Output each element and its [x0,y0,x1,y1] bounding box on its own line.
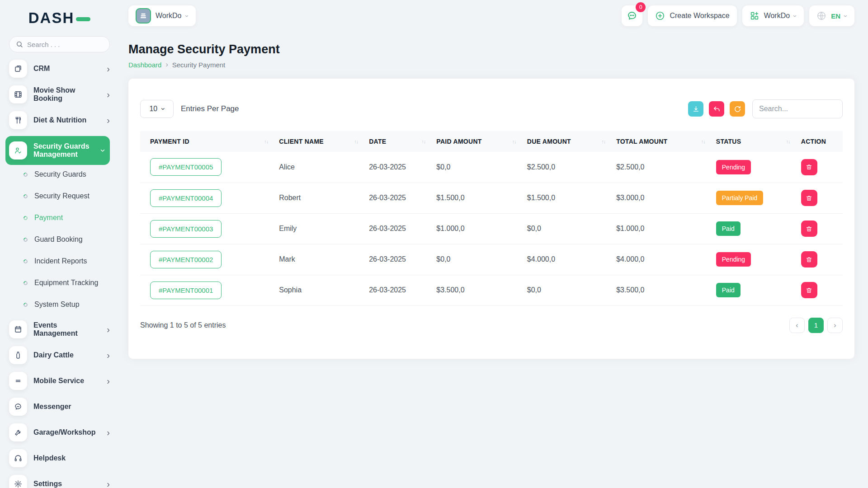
paid-amount-cell: $3.500,0 [431,275,521,305]
due-amount-cell: $2.500,0 [522,152,611,183]
showing-entries-text: Showing 1 to 5 of 5 entries [140,321,226,329]
sidebar-item-label: Garage/Workshop [33,428,100,436]
sidebar-item-label: Events Management [33,321,100,338]
delete-button[interactable] [801,282,817,298]
sidebar-item-garage-workshop[interactable]: Garage/Workshop › [9,422,110,442]
sidebar-subitem-guard-booking[interactable]: Guard Booking [9,233,110,246]
date-cell: 26-03-2025 [363,183,431,213]
col-status[interactable]: STATUS↑↓ [711,131,796,152]
messages-button[interactable]: 0 [622,5,642,26]
search-icon [16,41,23,48]
sidebar-item-helpdesk[interactable]: Helpdesk [9,448,110,468]
client-name-cell: Alice [274,152,363,183]
guard-user-icon [9,141,27,160]
pagination-prev-button[interactable]: ‹ [789,318,805,333]
chevron-down-icon: › [792,15,799,17]
due-amount-cell: $0,0 [522,213,611,244]
sort-icon[interactable]: ↑↓ [264,139,268,144]
workspace-selector[interactable]: WorkDo › [128,5,196,26]
film-icon [9,85,27,103]
sidebar-item-label: Dairy Cattle [33,351,100,359]
breadcrumb-dashboard-link[interactable]: Dashboard [128,61,161,69]
sidebar-search-input[interactable] [27,41,103,48]
sidebar-item-mobile-service[interactable]: Mobile Service › [9,371,110,391]
table-search-input[interactable] [752,99,843,118]
gear-icon [9,475,27,488]
create-workspace-button[interactable]: Create Workspace [648,5,736,26]
status-badge: Paid [716,283,741,297]
sort-icon[interactable]: ↑↓ [421,139,425,144]
sort-icon[interactable]: ↑↓ [354,139,358,144]
table-row: #PAYMENT00005 Alice 26-03-2025 $0,0 $2.5… [140,152,843,183]
undo-button[interactable] [709,101,724,117]
sidebar-item-dairy-cattle[interactable]: Dairy Cattle › [9,345,110,365]
col-date[interactable]: DATE↑↓ [363,131,431,152]
paid-amount-cell: $1.500,0 [431,183,521,213]
workspace-name: WorkDo [156,12,182,20]
table-row: #PAYMENT00003 Emily 26-03-2025 $1.000,0 … [140,213,843,244]
export-button[interactable] [688,101,703,117]
sidebar-item-messenger[interactable]: Messenger [9,397,110,417]
workspace-menu-button[interactable]: WorkDo › [742,5,804,26]
chevron-down-icon: › [99,149,108,152]
payment-id-button[interactable]: #PAYMENT00001 [150,282,222,299]
sort-icon[interactable]: ↑↓ [512,139,516,144]
col-paid-amount[interactable]: PAID AMOUNT↑↓ [431,131,521,152]
chevron-right-icon: › [107,479,110,488]
due-amount-cell: $0,0 [522,275,611,305]
sidebar-item-settings[interactable]: Settings › [9,474,110,488]
delete-button[interactable] [801,221,817,237]
sidebar-menu: CRM › Movie Show Booking › Diet & Nutrit… [9,59,110,488]
chevron-right-icon: › [107,351,110,360]
payment-id-button[interactable]: #PAYMENT00003 [150,220,222,238]
status-badge: Paid [716,221,741,236]
bullet-icon [23,258,28,264]
sidebar-item-crm[interactable]: CRM › [9,59,110,79]
col-total-amount[interactable]: TOTAL AMOUNT↑↓ [611,131,711,152]
sidebar-item-security-guards-management[interactable]: Security Guards Management › [5,136,110,165]
sidebar-item-events-management[interactable]: Events Management › [9,319,110,339]
sidebar-subitem-security-request[interactable]: Security Request [9,189,110,203]
col-due-amount[interactable]: DUE AMOUNT↑↓ [522,131,611,152]
language-selector[interactable]: EN › [809,5,854,26]
payment-id-button[interactable]: #PAYMENT00002 [150,251,222,268]
paid-amount-cell: $0,0 [431,152,521,183]
chevron-down-icon: › [184,15,191,17]
delete-button[interactable] [801,190,817,206]
payment-id-button[interactable]: #PAYMENT00005 [150,158,222,176]
bottle-icon [9,346,27,364]
payment-id-button[interactable]: #PAYMENT00004 [150,189,222,207]
breadcrumb-separator: › [165,61,168,69]
sidebar-subitem-security-guards[interactable]: Security Guards [9,168,110,181]
sidebar-subitem-label: Security Guards [34,170,86,178]
sidebar-search[interactable] [9,36,110,52]
payments-table: PAYMENT ID↑↓ CLIENT NAME↑↓ DATE↑↓ PAID A… [140,131,843,306]
sidebar-item-movie-show-booking[interactable]: Movie Show Booking › [9,84,110,104]
sort-icon[interactable]: ↑↓ [601,139,605,144]
entries-per-page-select[interactable]: 10 › [140,100,174,118]
status-badge: Pending [716,252,751,267]
sort-icon[interactable]: ↑↓ [701,139,705,144]
brand-logo-text: DASH [28,9,75,27]
sidebar-subitem-equipment-tracking[interactable]: Equipment Tracking [9,276,110,290]
col-payment-id[interactable]: PAYMENT ID↑↓ [140,131,274,152]
refresh-button[interactable] [730,101,745,117]
sort-icon[interactable]: ↑↓ [786,139,790,144]
pagination-next-button[interactable]: › [827,318,843,333]
col-client-name[interactable]: CLIENT NAME↑↓ [274,131,363,152]
delete-button[interactable] [801,159,817,175]
table-row: #PAYMENT00004 Robert 26-03-2025 $1.500,0… [140,183,843,213]
sidebar: DASH CRM › Movie Show Booking › [0,0,116,488]
sidebar-item-diet-nutrition[interactable]: Diet & Nutrition › [9,110,110,130]
payments-card: 10 › Entries Per Page PAYME [128,79,854,359]
sidebar-subitem-system-setup[interactable]: System Setup [9,298,110,311]
due-amount-cell: $4.000,0 [522,244,611,275]
sidebar-subitem-incident-reports[interactable]: Incident Reports [9,254,110,268]
pagination: ‹ 1 › [789,318,843,333]
table-row: #PAYMENT00001 Sophia 26-03-2025 $3.500,0… [140,275,843,305]
sidebar-subitem-payment[interactable]: Payment [9,211,110,225]
brand-logo: DASH [9,9,110,27]
sidebar-submenu: Security Guards Security Request Payment… [9,168,110,311]
delete-button[interactable] [801,251,817,267]
pagination-page-1[interactable]: 1 [808,318,824,333]
